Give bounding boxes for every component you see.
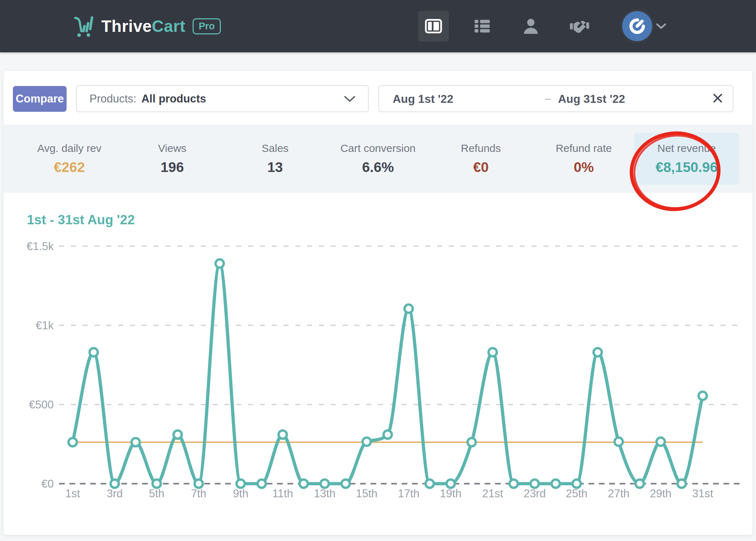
x-axis-label: 19th	[440, 487, 461, 500]
stat-refund-rate: Refund rate 0%	[532, 125, 635, 193]
nav-affiliates-button[interactable]	[564, 11, 595, 42]
data-point-marker	[152, 480, 161, 488]
x-axis-label: 31st	[692, 487, 713, 500]
data-point-marker	[321, 480, 329, 488]
data-point-marker	[447, 480, 455, 488]
data-point-marker	[593, 348, 602, 356]
x-axis-label: 5th	[149, 487, 164, 500]
data-point-marker	[341, 480, 350, 488]
top-navbar: ThriveCart Pro	[0, 0, 756, 52]
stat-label: Net revenue	[658, 142, 716, 154]
x-axis-label: 15th	[356, 487, 377, 500]
data-point-marker	[404, 305, 413, 313]
date-range-picker[interactable]: Aug 1st '22 – Aug 31st '22	[378, 85, 733, 112]
stat-cart-conversion: Cart conversion 6.6%	[326, 125, 429, 193]
pro-badge: Pro	[193, 18, 221, 34]
clear-date-icon[interactable]	[712, 92, 723, 104]
data-point-marker	[678, 480, 686, 488]
cart-logo-icon	[73, 15, 96, 38]
y-axis-label: €0	[42, 478, 54, 490]
y-axis-label: €1.5k	[26, 240, 54, 253]
x-axis-label: 23rd	[524, 487, 546, 500]
handshake-icon	[570, 16, 590, 36]
stat-label: Refunds	[461, 142, 501, 154]
data-point-marker	[510, 480, 518, 488]
data-point-marker	[174, 430, 182, 439]
x-axis-label: 11th	[272, 487, 293, 500]
data-point-marker	[69, 438, 77, 446]
x-axis-label: 27th	[608, 487, 629, 500]
data-point-marker	[132, 438, 140, 446]
y-axis-label: €1k	[36, 319, 54, 332]
account-avatar[interactable]	[622, 11, 652, 41]
user-icon	[522, 17, 540, 35]
data-point-marker	[615, 437, 623, 446]
stat-value: €0	[473, 159, 489, 175]
chevron-down-icon	[344, 95, 356, 102]
data-point-marker	[215, 259, 224, 268]
data-point-marker	[300, 480, 308, 488]
data-point-marker	[111, 480, 119, 488]
date-range-end: Aug 31st '22	[558, 92, 625, 106]
brand-logo[interactable]: ThriveCart Pro	[73, 15, 221, 38]
x-axis-label: 13th	[314, 487, 335, 500]
data-point-marker	[237, 480, 245, 488]
compare-button[interactable]: Compare	[13, 86, 67, 112]
data-point-marker	[636, 480, 644, 488]
products-label: Products:	[89, 92, 136, 105]
date-range-separator: –	[545, 92, 551, 105]
nav-dashboard-button[interactable]	[418, 11, 449, 42]
data-point-marker	[363, 437, 371, 446]
data-point-marker	[384, 430, 392, 439]
data-point-marker	[530, 480, 539, 488]
stat-label: Avg. daily rev	[37, 142, 102, 154]
brand-name-secondary: Cart	[152, 17, 185, 35]
avatar-power-icon	[627, 16, 648, 37]
stat-avg-daily-rev: Avg. daily rev €262	[18, 125, 121, 193]
stat-value: 196	[161, 159, 184, 175]
stats-summary-row: Avg. daily rev €262 Views 196 Sales 13 C…	[4, 125, 752, 193]
stat-net-revenue: Net revenue €8,150.96	[635, 125, 738, 193]
data-point-marker	[573, 480, 581, 488]
nav-user-button[interactable]	[515, 11, 546, 42]
x-axis-label: 7th	[191, 487, 206, 500]
products-select[interactable]: Products: All products	[76, 85, 369, 112]
stat-views: Views 196	[121, 125, 223, 193]
stat-refunds: Refunds €0	[430, 125, 532, 193]
stat-value: 6.6%	[362, 159, 394, 175]
dashboard-card: Compare Products: All products Aug 1st '…	[4, 71, 752, 535]
stat-value: 13	[267, 159, 283, 175]
data-point-marker	[426, 480, 434, 488]
dashboard-columns-icon	[424, 17, 443, 35]
x-axis-label: 21st	[482, 487, 503, 500]
list-icon	[473, 17, 491, 35]
brand-name-primary: Thrive	[101, 17, 152, 35]
x-axis-label: 25th	[566, 487, 587, 500]
stat-value: 0%	[574, 159, 594, 175]
data-point-marker	[656, 437, 665, 446]
x-axis-label: 9th	[233, 487, 248, 500]
stat-label: Cart conversion	[340, 142, 416, 154]
x-axis-label: 29th	[650, 487, 672, 500]
stat-sales: Sales 13	[224, 125, 326, 193]
revenue-line	[73, 264, 703, 484]
revenue-line-chart[interactable]: €0€500€1k€1.5k1st3rd5th7th9th11th13th15t…	[4, 225, 752, 519]
stat-label: Refund rate	[556, 142, 612, 154]
data-point-marker	[195, 480, 203, 488]
date-range-start: Aug 1st '22	[393, 92, 453, 106]
y-axis-label: €500	[29, 398, 54, 411]
chevron-down-icon[interactable]	[656, 23, 667, 30]
data-point-marker	[699, 392, 707, 400]
data-point-marker	[552, 480, 560, 488]
stat-value: €8,150.96	[655, 159, 718, 175]
data-point-marker	[489, 348, 497, 356]
net-revenue-highlight-box	[634, 133, 739, 185]
nav-list-button[interactable]	[467, 11, 498, 42]
x-axis-label: 3rd	[107, 487, 123, 500]
stat-value: €262	[54, 159, 85, 175]
stat-label: Views	[158, 142, 186, 154]
data-point-marker	[258, 480, 266, 488]
products-selected-value: All products	[141, 92, 206, 105]
data-point-marker	[278, 430, 287, 439]
x-axis-label: 1st	[65, 487, 80, 500]
